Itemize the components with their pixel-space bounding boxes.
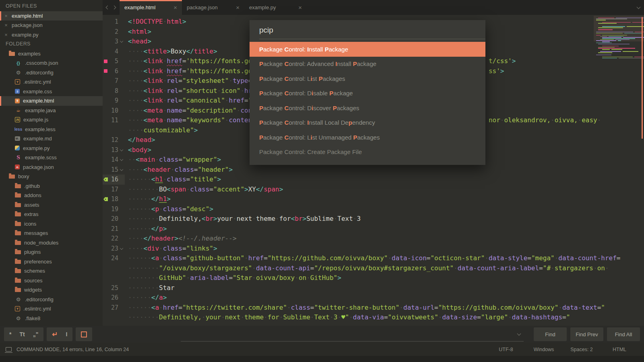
in-selection-icon[interactable]: I [66,331,68,337]
code-line[interactable]: 27······<a·href="https://twitter.com/sha… [103,303,644,313]
tree-item-node_modules[interactable]: node_modules [0,238,103,248]
fold-arrow-icon[interactable] [120,247,123,250]
tree-item-example.less[interactable]: lessexample.less [0,125,103,134]
code-line[interactable]: 24······<a·class="github-button"·href="h… [103,253,644,263]
tree-item-widgets[interactable]: widgets [0,285,103,295]
code-line[interactable]: 15····<header·class="header"> [103,165,644,175]
status-encoding[interactable]: UTF-8 [487,347,525,352]
palette-item[interactable]: Package Control: Discover Packages [250,101,485,115]
find-prev-button[interactable]: Find Prev [570,327,603,341]
regex-icon[interactable]: * [9,331,11,337]
palette-input[interactable]: pcip [250,20,485,39]
tree-item-example.java[interactable]: ☕example.java [0,106,103,115]
tree-item-.github[interactable]: .github [0,181,103,191]
wrap-icon[interactable]: ↵ [52,331,58,338]
tab-close-icon[interactable]: × [170,4,177,11]
scrollbar[interactable] [642,17,643,139]
tab-nav-back-icon[interactable] [104,0,111,15]
open-file-example.html[interactable]: ×example.html [0,11,103,21]
case-sensitive-icon[interactable]: Tt [19,331,25,337]
tree-item-example.html[interactable]: 5example.html [0,96,103,106]
tab-example.html[interactable]: example.html× [120,0,182,15]
tree-item-example.css[interactable]: 3example.css [0,87,103,97]
tree-item-examples[interactable]: examples [0,49,103,59]
palette-item[interactable]: Package Control: Install Local Dependenc… [250,115,485,130]
palette-item[interactable]: Package Control: Create Package File [250,145,485,160]
tree-item-.flake8[interactable]: ⚙.flake8 [0,314,103,323]
tab-package.json[interactable]: package.json× [182,0,244,15]
tree-item-schemes[interactable]: schemes [0,266,103,276]
minimap-line [598,48,635,49]
tab-example.py[interactable]: example.py× [244,0,307,15]
open-file-package.json[interactable]: ×package.json [0,21,103,30]
tree-item-.eslintrc.yml[interactable]: Y.eslintrc.yml [0,304,103,314]
tree-item-messages[interactable]: messages [0,228,103,238]
highlight-matches-icon[interactable] [81,331,87,337]
code-text: ····<link·rel="shortcut·icon"·href [125,86,260,96]
tree-item-plugins[interactable]: plugins [0,247,103,257]
folder-icon [15,193,21,197]
open-file-example.py[interactable]: ×example.py [0,30,103,40]
tree-item-label: example.scss [25,154,57,160]
code-line[interactable]: 20········Definitely,<br>your·next·theme… [103,214,644,224]
fold-arrow-icon[interactable] [120,158,123,161]
close-file-icon[interactable]: × [4,22,8,28]
tree-item-sources[interactable]: sources [0,276,103,286]
code-line[interactable]: ········GitHub"·aria-label="Star·oivva/b… [103,273,644,283]
status-indent[interactable]: Spaces: 2 [563,347,601,352]
tree-item-.csscomb.json[interactable]: {}.csscomb.json [0,58,103,68]
close-file-icon[interactable]: × [4,13,8,19]
find-button[interactable]: Find [534,327,567,341]
code-line[interactable]: ········Definitely,·your·next·theme·for·… [103,313,644,323]
tree-item-extras[interactable]: extras [0,210,103,219]
palette-item[interactable]: Package Control: List Packages [250,71,485,86]
tree-item-label: examples [18,51,41,57]
status-line-endings[interactable]: Windows [525,347,563,352]
tree-item-package.json[interactable]: npackage.json [0,162,103,172]
fold-arrow-icon[interactable] [120,39,123,43]
find-options-group-2: ↵ I [47,327,72,341]
minimap[interactable] [594,15,644,144]
tree-item-example.scss[interactable]: Sexample.scss [0,153,103,162]
whole-word-icon[interactable]: „" [33,331,39,337]
close-file-icon[interactable]: × [4,32,8,38]
tree-item-example.js[interactable]: JSexample.js [0,115,103,125]
tab-nav-forward-icon[interactable] [111,0,117,15]
fold-arrow-icon[interactable] [120,148,123,151]
minimap-line [609,36,624,37]
tree-item-.eslintrc.yml[interactable]: Y.eslintrc.yml [0,77,103,87]
tree-item-icons[interactable]: icons [0,219,103,229]
code-line[interactable]: 26······</a> [103,293,644,303]
code-line[interactable]: ········"/oivva/boxy/stargazers"·data-co… [103,263,644,274]
find-input[interactable] [181,327,524,341]
code-line[interactable]: 18······</h1> [103,194,644,204]
code-line[interactable]: 23····<div·class="links"> [103,244,644,254]
code-line[interactable]: 21······</p> [103,224,644,234]
fold-arrow-icon[interactable] [120,168,123,171]
code-line[interactable]: 22····</header><!--/.header--> [103,234,644,244]
tab-close-icon[interactable]: × [233,4,239,11]
find-all-button[interactable]: Find All [607,327,640,341]
tree-item-.editorconfig[interactable]: ⚙.editorconfig [0,68,103,78]
code-line[interactable]: 25········Star [103,283,644,293]
tree-item-example.md[interactable]: M↓example.md [0,134,103,144]
code-line[interactable]: 19······<p·class="desc"> [103,204,644,214]
palette-item[interactable]: Package Control: List Unmanaged Packages [250,130,485,145]
code-line[interactable]: 17········BO<span·class="accent">XY</spa… [103,185,644,195]
palette-item[interactable]: Package Control: Advanced Install Packag… [250,57,485,72]
tab-overflow-icon[interactable] [637,0,640,15]
gutter [103,313,125,323]
tree-item-addons[interactable]: addons [0,191,103,200]
find-history-icon[interactable] [517,331,521,335]
tab-close-icon[interactable]: × [295,4,302,11]
status-syntax[interactable]: HTML [601,347,638,352]
tree-item-example.py[interactable]: example.py [0,144,103,153]
html-file-icon: 5 [15,99,20,103]
tree-item-boxy[interactable]: boxy [0,172,103,181]
tree-item-preferences[interactable]: preferences [0,257,103,267]
code-line[interactable]: 16······<h1·class="title"> [103,175,644,185]
tree-item-assets[interactable]: assets [0,200,103,210]
tree-item-.editorconfig[interactable]: ⚙.editorconfig [0,295,103,304]
palette-item[interactable]: Package Control: Disable Package [250,86,485,101]
palette-item[interactable]: Package Control: Install Package [250,42,485,57]
